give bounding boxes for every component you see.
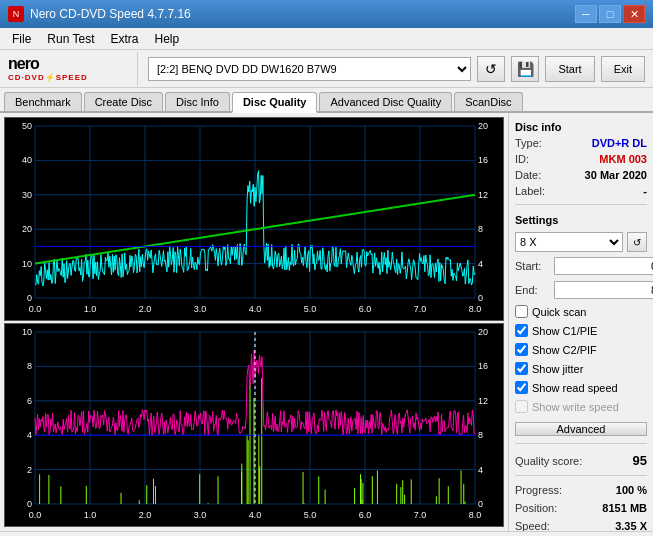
settings-refresh-btn[interactable]: ↺	[627, 232, 647, 252]
app-icon: N	[8, 6, 24, 22]
start-label: Start:	[515, 260, 550, 272]
nero-logo-sub: CD·DVD⚡SPEED	[8, 73, 88, 82]
app-title: Nero CD-DVD Speed 4.7.7.16	[30, 7, 191, 21]
speed-select[interactable]: 8 X	[515, 232, 623, 252]
main-content: Disc info Type: DVD+R DL ID: MKM 003 Dat…	[0, 113, 653, 531]
show-write-speed-label: Show write speed	[532, 401, 619, 413]
tabs: Benchmark Create Disc Disc Info Disc Qua…	[0, 88, 653, 113]
refresh-icon-btn[interactable]: ↺	[477, 56, 505, 82]
disc-label-value: -	[643, 185, 647, 197]
show-c1-row: Show C1/PIE	[515, 324, 647, 337]
disc-id-row: ID: MKM 003	[515, 153, 647, 165]
tab-advanced-disc-quality[interactable]: Advanced Disc Quality	[319, 92, 452, 111]
start-input[interactable]	[554, 257, 653, 275]
tab-create-disc[interactable]: Create Disc	[84, 92, 163, 111]
disc-id-value: MKM 003	[599, 153, 647, 165]
disc-type-value: DVD+R DL	[592, 137, 647, 149]
divider-2	[515, 443, 647, 444]
disc-date-value: 30 Mar 2020	[585, 169, 647, 181]
menu-bar: File Run Test Extra Help	[0, 28, 653, 50]
advanced-button[interactable]: Advanced	[515, 422, 647, 436]
settings-title: Settings	[515, 214, 647, 226]
disc-date-label: Date:	[515, 169, 541, 181]
tab-disc-info[interactable]: Disc Info	[165, 92, 230, 111]
show-write-speed-checkbox[interactable]	[515, 400, 528, 413]
maximize-button[interactable]: □	[599, 5, 621, 23]
speed-row: 8 X ↺	[515, 232, 647, 252]
exit-button[interactable]: Exit	[601, 56, 645, 82]
show-c1-checkbox[interactable]	[515, 324, 528, 337]
menu-run-test[interactable]: Run Test	[39, 30, 102, 48]
toolbar: nero CD·DVD⚡SPEED [2:2] BENQ DVD DD DW16…	[0, 50, 653, 88]
menu-help[interactable]: Help	[147, 30, 188, 48]
show-jitter-row: Show jitter	[515, 362, 647, 375]
end-label: End:	[515, 284, 550, 296]
position-row: Position: 8151 MB	[515, 502, 647, 514]
nero-logo-text: nero	[8, 55, 39, 73]
drive-select[interactable]: [2:2] BENQ DVD DD DW1620 B7W9	[148, 57, 471, 81]
show-write-speed-row: Show write speed	[515, 400, 647, 413]
progress-value: 100 %	[616, 484, 647, 496]
disc-id-label: ID:	[515, 153, 529, 165]
divider-1	[515, 204, 647, 205]
legend-area: PI Errors Average:0.86 Maximum:33 Total:…	[0, 531, 653, 536]
nero-logo: nero CD·DVD⚡SPEED	[8, 52, 138, 86]
show-read-speed-row: Show read speed	[515, 381, 647, 394]
menu-extra[interactable]: Extra	[102, 30, 146, 48]
save-icon-btn[interactable]: 💾	[511, 56, 539, 82]
quick-scan-row: Quick scan	[515, 305, 647, 318]
end-input[interactable]	[554, 281, 653, 299]
chart2-canvas	[5, 324, 503, 526]
quality-score-label: Quality score:	[515, 455, 582, 467]
show-c2-row: Show C2/PIF	[515, 343, 647, 356]
charts-area	[0, 113, 508, 531]
disc-label-row: Label: -	[515, 185, 647, 197]
disc-label-label: Label:	[515, 185, 545, 197]
tab-scan-disc[interactable]: ScanDisc	[454, 92, 522, 111]
tab-disc-quality[interactable]: Disc Quality	[232, 92, 318, 113]
show-read-speed-checkbox[interactable]	[515, 381, 528, 394]
tab-benchmark[interactable]: Benchmark	[4, 92, 82, 111]
progress-label: Progress:	[515, 484, 562, 496]
show-jitter-checkbox[interactable]	[515, 362, 528, 375]
start-button[interactable]: Start	[545, 56, 594, 82]
disc-info-title: Disc info	[515, 121, 647, 133]
start-row: Start:	[515, 257, 647, 275]
speed-label: Speed:	[515, 520, 550, 531]
close-button[interactable]: ✕	[623, 5, 645, 23]
disc-date-row: Date: 30 Mar 2020	[515, 169, 647, 181]
quick-scan-checkbox[interactable]	[515, 305, 528, 318]
minimize-button[interactable]: ─	[575, 5, 597, 23]
speed-row: Speed: 3.35 X	[515, 520, 647, 531]
end-row: End:	[515, 281, 647, 299]
show-read-speed-label: Show read speed	[532, 382, 618, 394]
quick-scan-label: Quick scan	[532, 306, 586, 318]
show-c2-label: Show C2/PIF	[532, 344, 597, 356]
disc-type-label: Type:	[515, 137, 542, 149]
lower-chart	[4, 323, 504, 527]
title-bar: N Nero CD-DVD Speed 4.7.7.16 ─ □ ✕	[0, 0, 653, 28]
speed-value: 3.35 X	[615, 520, 647, 531]
progress-row: Progress: 100 %	[515, 484, 647, 496]
quality-score-value: 95	[633, 453, 647, 468]
upper-chart	[4, 117, 504, 321]
quality-score-row: Quality score: 95	[515, 453, 647, 468]
divider-3	[515, 475, 647, 476]
right-panel: Disc info Type: DVD+R DL ID: MKM 003 Dat…	[508, 113, 653, 531]
chart1-canvas	[5, 118, 503, 320]
show-c1-label: Show C1/PIE	[532, 325, 597, 337]
position-value: 8151 MB	[602, 502, 647, 514]
disc-type-row: Type: DVD+R DL	[515, 137, 647, 149]
position-label: Position:	[515, 502, 557, 514]
show-jitter-label: Show jitter	[532, 363, 583, 375]
menu-file[interactable]: File	[4, 30, 39, 48]
show-c2-checkbox[interactable]	[515, 343, 528, 356]
